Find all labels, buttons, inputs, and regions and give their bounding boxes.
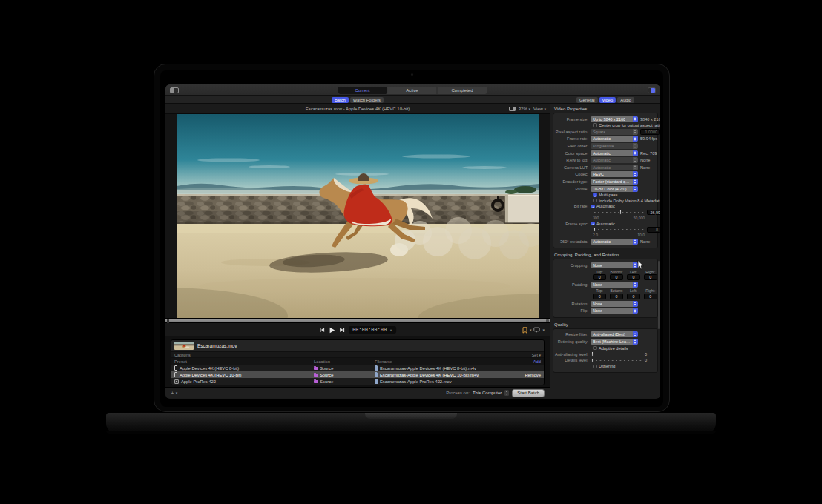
- details-level-slider[interactable]: [591, 358, 642, 363]
- frame-sync-automatic-checkbox[interactable]: [591, 222, 595, 226]
- anti-aliasing-slider[interactable]: [591, 351, 642, 357]
- popup-arrows-icon: [633, 171, 638, 177]
- timecode-display[interactable]: 00:00:00:00 ▾: [349, 326, 396, 334]
- table-row-hevc-10bit-selected[interactable]: Apple Devices 4K (HEVC 10-bit) Source Es…: [171, 371, 544, 378]
- slider-thumb[interactable]: [594, 228, 596, 232]
- captions-row: Captions Set ▾: [171, 351, 544, 358]
- skip-forward-icon[interactable]: [339, 327, 345, 333]
- popup-arrows-icon: [633, 331, 638, 337]
- play-icon[interactable]: [329, 327, 335, 334]
- table-row-hevc-8bit[interactable]: Apple Devices 4K (HEVC 8-bit) Source Esc…: [171, 365, 544, 371]
- zoom-level-menu[interactable]: 32% ▾: [519, 107, 530, 111]
- camera-lut-info: None: [640, 165, 650, 170]
- adaptive-details-checkbox[interactable]: [593, 346, 597, 351]
- process-on-stepper[interactable]: [504, 390, 509, 396]
- tab-active[interactable]: Active: [388, 87, 438, 94]
- chevron-down-icon[interactable]: ▾: [530, 328, 532, 332]
- captions-set-menu[interactable]: Set ▾: [532, 353, 541, 357]
- camera-lut-select[interactable]: Automatic: [591, 165, 638, 170]
- codec-select[interactable]: HEVC: [591, 171, 638, 177]
- encoder-type-select[interactable]: Faster (standard qua…: [591, 179, 638, 185]
- sidebar-toggle-icon[interactable]: [170, 87, 179, 93]
- tab-completed[interactable]: Completed: [438, 87, 487, 94]
- pad-right-field[interactable]: 0: [644, 294, 657, 299]
- chevron-down-icon: ▾: [528, 107, 530, 111]
- tab-video[interactable]: Video: [599, 97, 616, 103]
- rotation-select[interactable]: None: [591, 301, 638, 307]
- flip-select[interactable]: None: [591, 308, 638, 314]
- crop-right-field[interactable]: 0: [644, 274, 657, 280]
- chevron-down-icon: ▾: [176, 391, 178, 395]
- tab-watch-folders[interactable]: Watch Folders: [350, 97, 384, 103]
- dithering-checkbox[interactable]: [593, 365, 597, 369]
- crop-left-field[interactable]: 0: [627, 274, 640, 280]
- popup-arrows-icon: [633, 239, 638, 245]
- frame-sync-slider[interactable]: [593, 227, 645, 232]
- slider-thumb[interactable]: [591, 351, 594, 356]
- bit-rate-slider[interactable]: [593, 210, 645, 215]
- video-preview[interactable]: [165, 114, 550, 318]
- slider-thumb[interactable]: [619, 210, 622, 214]
- filename-value: Escaramuzas-Apple Devices 4K (HEVC 8-bit…: [380, 366, 476, 371]
- dolby-vision-checkbox[interactable]: [593, 199, 597, 203]
- compare-view-icon[interactable]: [509, 107, 516, 111]
- popup-arrows-icon: [633, 301, 638, 307]
- preset-name: Apple ProRes 422: [181, 379, 216, 384]
- marker-icon[interactable]: [533, 327, 540, 333]
- bit-rate-automatic-checkbox[interactable]: [591, 205, 595, 209]
- frame-rate-select[interactable]: Automatic: [591, 136, 638, 142]
- frame-size-info: 3840 x 2160 px: [640, 117, 660, 122]
- timeline-scrubber[interactable]: [165, 318, 550, 323]
- tab-general[interactable]: General: [576, 97, 598, 103]
- bottom-toolbar: +▾ Process on: This Computer Start Batch: [165, 387, 550, 398]
- pad-top-field[interactable]: 0: [593, 294, 606, 299]
- field-order-select[interactable]: Progressive: [591, 143, 638, 149]
- view-menu[interactable]: View ▾: [533, 107, 546, 111]
- tab-batch[interactable]: Batch: [332, 97, 349, 103]
- skip-back-icon[interactable]: [319, 327, 325, 333]
- resize-filter-select[interactable]: Anti-aliased (Best): [591, 331, 638, 337]
- cropping-select[interactable]: None: [591, 262, 638, 268]
- bit-rate-max: 50,000: [634, 216, 645, 220]
- slider-thumb[interactable]: [591, 358, 594, 362]
- pad-bottom-field[interactable]: 0: [610, 294, 623, 299]
- retiming-quality-select[interactable]: Best (Machine Learni…: [591, 339, 638, 345]
- playhead[interactable]: [167, 319, 169, 323]
- pad-left-field[interactable]: 0: [627, 294, 640, 299]
- bit-rate-field[interactable]: 26,999: [647, 210, 660, 216]
- preview-column: Escaramuzas.mov - Apple Devices 4K (HEVC…: [165, 104, 550, 398]
- filename-value: Escaramuzas-Apple Devices 4K (HEVC 10-bi…: [380, 373, 479, 377]
- popup-arrows-icon: [633, 129, 638, 135]
- crop-top-field[interactable]: 0: [593, 274, 606, 280]
- column-preset: Preset: [174, 359, 314, 364]
- profile-select[interactable]: 10-Bit Color (4:2:0): [591, 186, 638, 192]
- inspector-toggle-icon[interactable]: [648, 87, 656, 93]
- table-row-prores-422[interactable]: Apple ProRes 422 Source Escaramuzas-Appl…: [171, 378, 544, 385]
- crop-bottom-field[interactable]: 0: [610, 274, 623, 280]
- pixel-aspect-field[interactable]: 1.0000: [640, 129, 660, 135]
- bit-rate-label: Bit rate:: [553, 204, 591, 208]
- location-value: Source: [320, 366, 333, 371]
- source-thumbnail[interactable]: [174, 342, 194, 350]
- tab-audio[interactable]: Audio: [617, 97, 634, 103]
- pixel-aspect-select[interactable]: Square: [591, 129, 638, 135]
- frame-sync-field[interactable]: 8: [647, 227, 660, 233]
- inspector-scrollbar[interactable]: [658, 261, 660, 329]
- color-space-info: Rec. 709: [640, 151, 657, 156]
- remove-output-link[interactable]: Remove: [516, 373, 541, 377]
- tab-current[interactable]: Current: [338, 87, 388, 94]
- start-batch-button[interactable]: Start Batch: [512, 389, 545, 397]
- add-output-link[interactable]: Add: [516, 359, 541, 364]
- center-crop-checkbox[interactable]: [593, 123, 597, 127]
- frame-size-select[interactable]: Up to 3840 x 2160: [591, 116, 638, 122]
- bookmark-icon[interactable]: [522, 327, 527, 334]
- chevron-down-icon[interactable]: ▾: [542, 328, 545, 332]
- metadata-360-select[interactable]: Automatic: [591, 239, 638, 245]
- add-job-button[interactable]: +▾: [171, 390, 177, 397]
- raw-to-log-select[interactable]: Automatic: [591, 157, 638, 163]
- column-filename: Filename: [375, 359, 516, 364]
- color-space-select[interactable]: Automatic: [591, 150, 638, 156]
- multi-pass-checkbox[interactable]: [593, 193, 597, 197]
- source-row[interactable]: Escaramuzas.mov: [171, 340, 544, 351]
- padding-select[interactable]: None: [591, 282, 638, 288]
